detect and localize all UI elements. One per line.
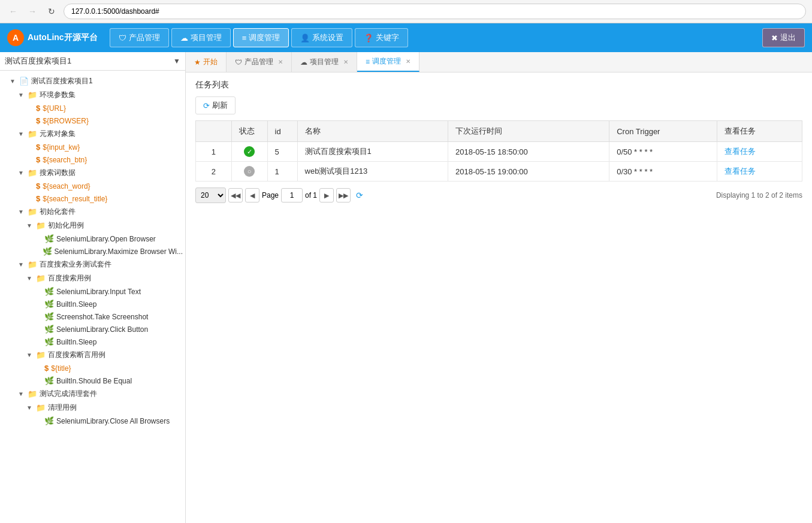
browser-refresh-btn[interactable]: ↻ bbox=[44, 4, 59, 19]
tree-item[interactable]: ▼📁测试完成清理套件 bbox=[0, 387, 185, 401]
row-status: ○ bbox=[231, 162, 267, 182]
tree-toggle-icon: ▼ bbox=[26, 222, 35, 229]
first-page-btn[interactable]: ◀◀ bbox=[228, 188, 243, 202]
tree-item[interactable]: ▼📁百度搜索业务测试套件 bbox=[0, 258, 185, 271]
refresh-btn[interactable]: ⟳ 刷新 bbox=[195, 96, 236, 114]
tab-product-close[interactable]: ✕ bbox=[278, 59, 283, 65]
tab-schedule[interactable]: ≡ 调度管理 ✕ bbox=[357, 52, 419, 72]
tree-toggle-icon: ▼ bbox=[18, 92, 26, 98]
nav-project-label: 项目管理 bbox=[191, 32, 222, 43]
browser-back-btn[interactable]: ← bbox=[6, 4, 20, 19]
page-label: Page bbox=[262, 191, 279, 199]
tree-item-label: ${input_kw} bbox=[43, 143, 80, 152]
folder-tree-icon: 📁 bbox=[28, 129, 37, 138]
tree-item[interactable]: ▼📁初始化用例 bbox=[0, 219, 185, 232]
nav-schedule-label: 调度管理 bbox=[249, 32, 280, 43]
nav-product-btn[interactable]: 🛡 产品管理 bbox=[110, 28, 169, 47]
last-page-btn[interactable]: ▶▶ bbox=[336, 188, 351, 202]
folder-tree-icon: 📁 bbox=[28, 207, 37, 216]
tree-item-label: 搜索词数据 bbox=[40, 168, 76, 178]
tree-item-label: SeleniumLibrary.Open Browser bbox=[56, 235, 156, 243]
nav-system-btn[interactable]: 👤 系统设置 bbox=[291, 28, 352, 47]
page-input[interactable] bbox=[281, 188, 303, 202]
logout-btn[interactable]: ✖ 退出 bbox=[762, 28, 805, 47]
tree-item[interactable]: ▼📁百度搜索断言用例 bbox=[0, 348, 185, 362]
tree-item[interactable]: $${seach_word} bbox=[0, 180, 185, 192]
tree-item[interactable]: 🌿BuiltIn.Sleep bbox=[0, 298, 185, 310]
tree-item[interactable]: $${BROWSER} bbox=[0, 114, 185, 127]
col-header-id: id bbox=[267, 121, 297, 142]
page-size-select[interactable]: 10 20 50 100 bbox=[195, 188, 226, 203]
tree-item[interactable]: ▼📁搜索词数据 bbox=[0, 166, 185, 180]
tree-item[interactable]: $${input_kw} bbox=[0, 141, 185, 153]
tree-item[interactable]: $${search_btn} bbox=[0, 153, 185, 166]
leaf-tree-icon: 🌿 bbox=[44, 325, 54, 334]
tab-product[interactable]: 🛡 产品管理 ✕ bbox=[227, 52, 292, 72]
leaf-tree-icon: 🌿 bbox=[44, 416, 54, 425]
refresh-icon: ⟳ bbox=[203, 101, 210, 110]
refresh-label: 刷新 bbox=[212, 100, 228, 111]
tree-item-label: SeleniumLibrary.Close All Browsers bbox=[56, 417, 170, 425]
cloud-tab-icon: ☁ bbox=[300, 58, 307, 66]
tree-item-label: 清理用例 bbox=[48, 403, 77, 413]
view-task-link[interactable]: 查看任务 bbox=[725, 147, 756, 156]
sidebar-dropdown-btn[interactable]: ▼ bbox=[173, 57, 180, 65]
page-display-info: Displaying 1 to 2 of 2 items bbox=[716, 191, 802, 199]
app-title: AutoLinc开源平台 bbox=[28, 32, 98, 43]
tree-item[interactable]: ▼📁初始化套件 bbox=[0, 205, 185, 219]
tab-schedule-label: 调度管理 bbox=[372, 56, 401, 66]
tree-item-label: 百度搜索用例 bbox=[48, 273, 91, 283]
tree-item[interactable]: 🌿BuiltIn.Should Be Equal bbox=[0, 374, 185, 387]
tree-item-label: ${BROWSER} bbox=[43, 117, 89, 125]
page-refresh-btn[interactable]: ⟳ bbox=[353, 189, 366, 202]
tree-item[interactable]: 🌿SeleniumLibrary.Close All Browsers bbox=[0, 415, 185, 427]
tree-item[interactable]: 🌿SeleniumLibrary.Click Button bbox=[0, 323, 185, 335]
tab-schedule-close[interactable]: ✕ bbox=[406, 58, 410, 65]
cloud-icon: ☁ bbox=[180, 34, 188, 43]
tree-item[interactable]: ▼📁元素对象集 bbox=[0, 127, 185, 141]
app-logo: A AutoLinc开源平台 bbox=[7, 29, 98, 46]
tree-item[interactable]: ▼📁环境参数集 bbox=[0, 88, 185, 102]
col-header-cron: Cron Trigger bbox=[609, 121, 717, 142]
tree-item[interactable]: ▼📁百度搜索用例 bbox=[0, 271, 185, 285]
tree-item[interactable]: ▼📁清理用例 bbox=[0, 401, 185, 415]
leaf-tree-icon: 🌿 bbox=[44, 312, 54, 321]
nav-keyword-btn[interactable]: ❓ 关键字 bbox=[355, 28, 408, 47]
tree-item[interactable]: 🌿Screenshot.Take Screenshot bbox=[0, 310, 185, 323]
tab-home[interactable]: ★ 开始 bbox=[186, 52, 227, 72]
tree-toggle-icon: ▼ bbox=[26, 404, 35, 411]
status-badge: ○ bbox=[239, 166, 260, 177]
tab-project[interactable]: ☁ 项目管理 ✕ bbox=[292, 52, 357, 72]
row-cron: 0/50 * * * * bbox=[609, 142, 717, 162]
tree-item[interactable]: $${URL} bbox=[0, 102, 185, 114]
tree-item[interactable]: 🌿SeleniumLibrary.Maximize Browser Wi... bbox=[0, 245, 185, 258]
folder-tree-icon: 📁 bbox=[28, 90, 37, 99]
nav-schedule-btn[interactable]: ≡ 调度管理 bbox=[233, 28, 289, 47]
nav-project-btn[interactable]: ☁ 项目管理 bbox=[171, 28, 231, 47]
sidebar: 测试百度搜索项目1 ▼ ▼📄测试百度搜索项目1▼📁环境参数集$${URL}$${… bbox=[0, 52, 186, 523]
next-page-btn[interactable]: ▶ bbox=[319, 188, 334, 202]
tree-item[interactable]: $${seach_result_title} bbox=[0, 192, 185, 205]
row-action[interactable]: 查看任务 bbox=[717, 162, 802, 182]
tree-item[interactable]: 🌿BuiltIn.Sleep bbox=[0, 335, 185, 348]
row-number: 2 bbox=[196, 162, 232, 182]
tree-item[interactable]: 🌿SeleniumLibrary.Input Text bbox=[0, 285, 185, 298]
view-task-link[interactable]: 查看任务 bbox=[725, 167, 756, 176]
prev-page-btn[interactable]: ◀ bbox=[245, 188, 259, 202]
nav-system-label: 系统设置 bbox=[312, 32, 343, 43]
browser-forward-btn[interactable]: → bbox=[25, 4, 40, 19]
tab-project-close[interactable]: ✕ bbox=[343, 59, 348, 65]
col-header-next-run: 下次运行时间 bbox=[448, 121, 609, 142]
close-icon: ✖ bbox=[771, 34, 778, 43]
tree-item[interactable]: ▼📄测试百度搜索项目1 bbox=[0, 74, 185, 88]
row-name: 测试百度搜索项目1 bbox=[297, 142, 448, 162]
leaf-tree-icon: 🌿 bbox=[44, 287, 54, 296]
row-action[interactable]: 查看任务 bbox=[717, 142, 802, 162]
folder-tree-icon: 📁 bbox=[28, 260, 37, 269]
sidebar-project-name: 测试百度搜索项目1 bbox=[5, 56, 71, 66]
star-icon: ★ bbox=[194, 58, 201, 66]
tree-item[interactable]: 🌿SeleniumLibrary.Open Browser bbox=[0, 232, 185, 245]
tree-item[interactable]: $${title} bbox=[0, 362, 185, 374]
browser-url-bar[interactable] bbox=[64, 4, 806, 19]
content-area: ★ 开始 🛡 产品管理 ✕ ☁ 项目管理 ✕ ≡ 调度管理 ✕ 任务列表 bbox=[186, 52, 812, 523]
